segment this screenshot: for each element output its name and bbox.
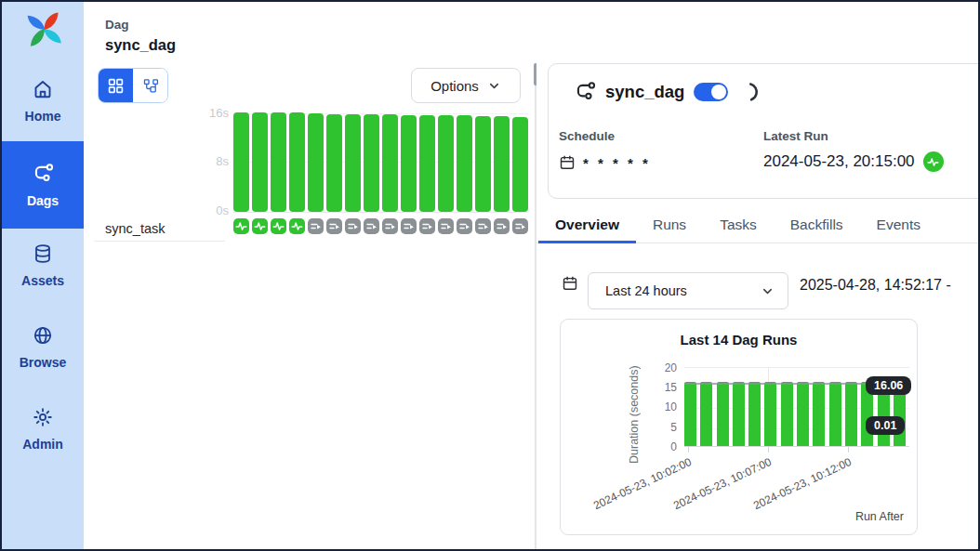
task-instance-scheduled-icon[interactable] — [364, 218, 379, 234]
dag-run-bar[interactable] — [457, 115, 472, 212]
dag-run-bar[interactable] — [345, 114, 361, 212]
task-instance-scheduled-icon[interactable] — [419, 218, 435, 234]
chart-annotation-badge: 16.06 — [866, 376, 911, 395]
graph-icon — [142, 77, 159, 94]
detail-tabs: OverviewRunsTasksBackfillsEvents — [536, 210, 980, 243]
tab-events[interactable]: Events — [860, 210, 937, 243]
chart-annotation-badge: 0.01 — [866, 416, 905, 435]
task-instance-scheduled-icon[interactable] — [457, 218, 472, 234]
time-range-select[interactable]: Last 24 hours — [588, 272, 788, 309]
x-axis-label: Run After — [855, 510, 904, 523]
home-icon — [32, 78, 54, 100]
task-instance-scheduled-icon[interactable] — [382, 218, 398, 234]
dag-icon — [574, 81, 596, 103]
chart-bar[interactable] — [717, 382, 729, 446]
task-instance-scheduled-icon[interactable] — [475, 218, 491, 234]
chart-y-tick: 20 — [647, 361, 677, 374]
dag-run-bar[interactable] — [326, 114, 342, 212]
dag-run-bar[interactable] — [364, 114, 379, 212]
sidebar-item-browse[interactable]: Browse — [2, 318, 84, 375]
dag-run-bar[interactable] — [382, 114, 398, 212]
task-instance-scheduled-icon[interactable] — [345, 218, 361, 234]
sidebar-item-assets[interactable]: Assets — [2, 236, 84, 294]
task-instance-running-icon[interactable] — [233, 218, 249, 234]
calendar-icon — [562, 275, 578, 292]
time-range-value: Last 24 hours — [605, 283, 761, 298]
task-instance-running-icon[interactable] — [289, 218, 305, 234]
chart-bar[interactable] — [700, 382, 712, 446]
dag-run-bar[interactable] — [308, 113, 324, 212]
dag-run-bar[interactable] — [271, 112, 286, 212]
options-button[interactable]: Options — [411, 68, 521, 103]
dag-grid-panel: Dag sync_dag Options 16s8s0s sync_task — [84, 2, 535, 549]
sidebar-item-home[interactable]: Home — [2, 71, 84, 130]
chart-x-tick — [688, 447, 689, 453]
task-row-divider — [94, 241, 225, 242]
sidebar-item-label: Home — [25, 109, 61, 124]
grid-y-tick: 16s — [190, 106, 229, 120]
sidebar-item-label: Assets — [21, 273, 64, 288]
chart-bar[interactable] — [733, 382, 745, 446]
dag-run-bar[interactable] — [438, 115, 454, 212]
tab-backfills[interactable]: Backfills — [774, 210, 860, 243]
chart-bar[interactable] — [781, 382, 793, 446]
tab-runs[interactable]: Runs — [636, 210, 703, 243]
chart-y-tick: 10 — [647, 400, 677, 413]
sidebar-item-label: Admin — [22, 437, 63, 452]
dag-run-bar[interactable] — [289, 112, 305, 212]
calendar-icon — [559, 154, 576, 171]
sidebar-item-admin[interactable]: Admin — [2, 400, 84, 457]
dag-title: sync_dag — [605, 82, 684, 102]
schedule-value: * * * * * — [583, 155, 651, 171]
last-14-runs-chart-card: Last 14 Dag Runs Duration (seconds) 2015… — [560, 319, 918, 535]
task-instance-scheduled-icon[interactable] — [494, 218, 510, 234]
view-toggle — [98, 68, 168, 103]
breadcrumb[interactable]: Dag — [105, 18, 129, 32]
dag-run-bar[interactable] — [252, 112, 268, 212]
chart-bar[interactable] — [829, 382, 841, 446]
dag-details-panel: sync_dag Schedule Latest Run * * * * * 2… — [536, 2, 980, 549]
sidebar-item-dags[interactable]: Dags — [2, 141, 84, 229]
dag-run-bar[interactable] — [494, 116, 510, 212]
chart-y-tick: 5 — [647, 421, 677, 434]
dag-run-bar[interactable] — [401, 115, 417, 212]
dag-run-bar[interactable] — [419, 115, 435, 212]
task-instance-scheduled-icon[interactable] — [512, 218, 528, 234]
chart-bar[interactable] — [764, 382, 776, 446]
dag-run-bar[interactable] — [233, 112, 249, 212]
task-instance-running-icon[interactable] — [252, 218, 268, 234]
latest-run-value[interactable]: 2024-05-23, 20:15:00 — [763, 152, 915, 171]
task-instance-running-icon[interactable] — [271, 218, 286, 234]
dag-run-bar[interactable] — [475, 116, 491, 212]
time-filter-row: Last 24 hours 2025-04-28, 14:52:17 - — [536, 267, 980, 313]
admin-icon — [32, 406, 54, 428]
task-instance-scheduled-icon[interactable] — [438, 218, 454, 234]
chart-y-tick: 15 — [647, 381, 677, 394]
chart-bar[interactable] — [813, 382, 825, 446]
task-instance-scheduled-icon[interactable] — [401, 218, 417, 234]
running-state-icon — [923, 151, 944, 172]
sidebar-item-label: Dags — [27, 193, 59, 208]
graph-view-button[interactable] — [133, 69, 167, 102]
task-instance-row — [233, 218, 528, 234]
chart-bar[interactable] — [845, 382, 857, 446]
grid-view-button[interactable] — [99, 69, 133, 102]
tab-tasks[interactable]: Tasks — [703, 210, 774, 243]
dags-icon — [32, 163, 54, 185]
sidebar: HomeDagsAssetsBrowseAdmin — [2, 2, 84, 549]
chart-bar[interactable] — [684, 382, 696, 446]
run-duration-bars — [233, 112, 528, 212]
grid-icon — [107, 77, 125, 95]
chart-bar[interactable] — [797, 382, 809, 446]
dag-pause-toggle[interactable] — [694, 83, 728, 101]
tab-overview[interactable]: Overview — [538, 210, 636, 243]
grid-y-tick: 8s — [190, 154, 229, 168]
dag-run-bar[interactable] — [512, 117, 528, 212]
airflow-logo-icon[interactable] — [22, 7, 65, 50]
chart-bar[interactable] — [748, 382, 761, 446]
task-instance-scheduled-icon[interactable] — [326, 218, 342, 234]
app-window: HomeDagsAssetsBrowseAdmin Dag sync_dag O… — [0, 0, 980, 551]
task-instance-scheduled-icon[interactable] — [308, 218, 324, 234]
task-label[interactable]: sync_task — [105, 221, 165, 236]
toggle-knob — [711, 85, 726, 99]
